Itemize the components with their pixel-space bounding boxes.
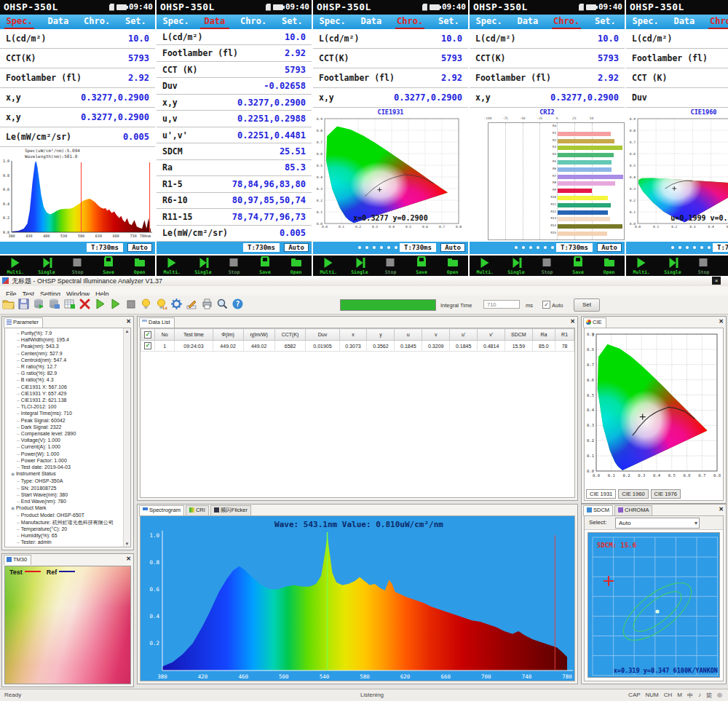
tree-item[interactable]: Power(W): 1.000: [17, 451, 123, 457]
device-button-multi[interactable]: Multi.: [470, 256, 501, 276]
integration-time-field[interactable]: T:730ms: [713, 243, 728, 252]
scroll-down-icon[interactable]: ▼: [124, 542, 130, 546]
auto-toggle[interactable]: Auto: [284, 243, 309, 252]
device-button-multi[interactable]: Multi.: [313, 256, 344, 276]
db-export-icon[interactable]: [33, 298, 45, 310]
tree-item[interactable]: Compensate level: 2890: [17, 430, 123, 437]
bulb-lx-icon[interactable]: lx: [155, 298, 167, 310]
play-alt-icon[interactable]: [109, 298, 122, 310]
device-button-single[interactable]: Single: [188, 256, 219, 276]
row-checkbox[interactable]: ✓: [144, 342, 151, 349]
tree-item[interactable]: Humidity(%): 65: [17, 532, 123, 539]
tab-spec[interactable]: Spec.: [626, 15, 665, 29]
tab-data[interactable]: Data: [352, 15, 390, 29]
tree-item[interactable]: CIE1931 Y: 657.429: [17, 390, 123, 397]
tree-item[interactable]: Dark Signal: 2322: [17, 424, 123, 430]
open-folder-icon[interactable]: [2, 298, 15, 310]
tree-item[interactable]: Product Model: OHSP-650T: [17, 512, 123, 518]
tree-item[interactable]: Integral Time(ms): 710: [17, 410, 123, 416]
device-button-stop[interactable]: Stop: [375, 256, 406, 276]
tree-item[interactable]: Temperature(°C): 20: [17, 526, 123, 532]
tree-item[interactable]: SN: 201808725: [17, 485, 123, 491]
auto-toggle[interactable]: Auto: [597, 243, 622, 252]
table-export-icon[interactable]: [63, 298, 76, 310]
tab-spec[interactable]: Spec.: [470, 15, 508, 29]
select-all-checkbox[interactable]: ✓: [144, 331, 151, 339]
tree-item[interactable]: Type: OHSP-350A: [17, 478, 123, 484]
spectrogram-tab-0[interactable]: Spectrogram: [139, 505, 184, 516]
tree-item[interactable]: Electrical Parameter: [11, 546, 123, 548]
close-icon[interactable]: ✕: [570, 318, 575, 325]
tree-item[interactable]: Start Wave(nm): 380: [17, 491, 123, 498]
integration-time-field[interactable]: T:730ms: [400, 243, 436, 252]
table-row[interactable]: ✓109:24:03449.02449.0265820.019050.30730…: [141, 341, 574, 352]
tree-item[interactable]: Tester: admin: [17, 539, 123, 545]
integration-time-field[interactable]: T:730ms: [556, 243, 593, 252]
device-button-multi[interactable]: Multi.: [626, 256, 657, 276]
tab-spec[interactable]: Spec.: [313, 15, 352, 29]
device-button-single[interactable]: Single: [344, 256, 376, 276]
data-list-tab[interactable]: Data List: [139, 317, 175, 328]
play-icon[interactable]: [94, 298, 106, 310]
tab-set[interactable]: Set.: [273, 15, 312, 29]
device-button-stop[interactable]: Stop: [62, 256, 93, 276]
tree-item[interactable]: Instrument Status: [11, 470, 123, 478]
tree-item[interactable]: B ratio(%): 4.3: [17, 376, 123, 383]
tree-item[interactable]: HalfWidth(nm): 195.4: [17, 336, 123, 343]
tree-item[interactable]: Center(nm): 527.9: [17, 350, 123, 357]
device-button-save[interactable]: Save: [563, 256, 594, 276]
tab-chro[interactable]: Chro.: [234, 15, 273, 29]
tree-item[interactable]: Purity(%): 7.9: [17, 330, 123, 336]
close-icon[interactable]: ✕: [126, 555, 131, 562]
scrollbar[interactable]: ▲▼: [123, 328, 130, 547]
integration-time-field[interactable]: T:730ms: [243, 243, 280, 252]
tm30-panel-tab[interactable]: TM30: [4, 555, 31, 565]
cie-space-tab-1[interactable]: CIE 1931: [586, 489, 616, 499]
device-button-single[interactable]: Single: [31, 256, 63, 276]
parameter-panel-tab[interactable]: Parameter: [4, 317, 43, 328]
close-icon[interactable]: ✕: [719, 506, 724, 513]
tab-data[interactable]: Data: [39, 15, 77, 29]
integration-time-field[interactable]: T:730ms: [87, 243, 123, 252]
device-button-save[interactable]: Save: [93, 256, 124, 276]
scroll-up-icon[interactable]: ▲: [124, 329, 130, 333]
spectrogram-tab-1[interactable]: CRI: [186, 505, 209, 516]
close-icon[interactable]: ✕: [719, 318, 724, 325]
tab-chro[interactable]: Chro.: [547, 15, 586, 29]
print-icon[interactable]: [201, 298, 213, 310]
device-button-multi[interactable]: Multi.: [157, 256, 188, 276]
tab-data[interactable]: Data: [508, 15, 547, 29]
tree-item[interactable]: End Wave(nm): 780: [17, 498, 123, 505]
tab-spec[interactable]: Spec.: [157, 15, 195, 29]
tree-item[interactable]: TLCI-2012: 100: [17, 403, 123, 410]
tree-item[interactable]: Centroid(nm): 547.4: [17, 357, 123, 363]
device-button-open[interactable]: Open: [437, 256, 468, 276]
tree-item[interactable]: Manufacture: 杭州虹谱光色科技有限公司: [17, 519, 123, 526]
save-icon[interactable]: [17, 298, 30, 310]
tree-item[interactable]: Peak Signal: 60042: [17, 417, 123, 424]
tab-chro[interactable]: Chro.: [704, 15, 728, 29]
integral-time-input[interactable]: 710: [483, 300, 520, 309]
cie-space-tab-3[interactable]: CIE 1976: [651, 489, 681, 499]
tab-chro[interactable]: Chro.: [78, 15, 116, 29]
device-button-open[interactable]: Open: [124, 256, 155, 276]
device-button-stop[interactable]: Stop: [688, 256, 719, 276]
device-button-single[interactable]: Single: [501, 256, 532, 276]
cie-space-tab-2[interactable]: CIE 1960: [618, 489, 648, 499]
close-icon[interactable]: ✕: [126, 318, 131, 325]
search-icon[interactable]: [216, 298, 229, 310]
tab-set[interactable]: Set.: [116, 15, 155, 29]
db-icon[interactable]: [48, 298, 60, 310]
auto-checkbox[interactable]: ✓: [542, 301, 550, 309]
device-button-single[interactable]: Single: [657, 256, 689, 276]
cie-panel-tab[interactable]: CIE: [583, 317, 606, 328]
tree-item[interactable]: Current(A): 1.000: [17, 443, 123, 450]
tab-spec[interactable]: Spec.: [0, 15, 39, 29]
device-button-stop[interactable]: Stop: [531, 256, 563, 276]
auto-toggle[interactable]: Auto: [440, 243, 465, 252]
help-icon[interactable]: ?: [232, 298, 244, 310]
tab-set[interactable]: Set.: [430, 15, 468, 29]
device-button-multi[interactable]: Multi.: [0, 256, 31, 276]
auto-toggle[interactable]: Auto: [127, 243, 152, 252]
bulb-icon[interactable]: [140, 298, 152, 310]
